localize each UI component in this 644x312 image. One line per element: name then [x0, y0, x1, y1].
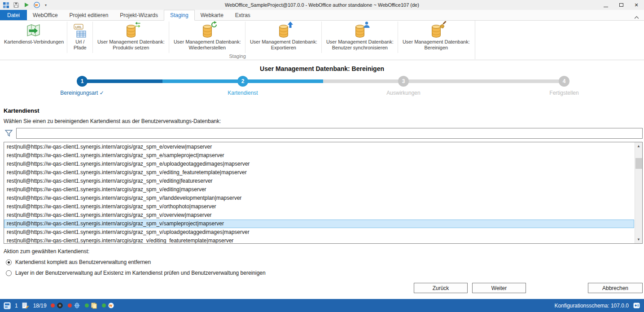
list-item[interactable]: rest|null@https://w-qas-client1.synergis…: [4, 202, 634, 211]
ribbon-button-kartendienst-verbindungen[interactable]: Kartendienst-Verbindungen: [1, 21, 67, 45]
status-icon-weboffice[interactable]: [108, 302, 115, 309]
status-dot-green-icon: [85, 303, 89, 308]
list-item[interactable]: rest|null@https://w-qas-client1.synergis…: [4, 211, 634, 220]
radio-selected-icon[interactable]: [6, 259, 12, 265]
step-bar-pending: [323, 79, 403, 83]
user-badge: [363, 21, 370, 28]
ribbon-button-umdb-benutzer-synchronisieren[interactable]: User Management Datenbank: Benutzer sync…: [322, 21, 398, 51]
list-item[interactable]: rest|null@https://w-qas-client1.synergis…: [4, 143, 634, 151]
radio-unselected-icon[interactable]: [6, 270, 12, 276]
qat-dropdown-icon[interactable]: ▾: [44, 1, 48, 9]
app-icon: [2, 1, 9, 9]
filter-input[interactable]: [16, 128, 643, 139]
wizard-step-3-label: Auswirkungen: [336, 90, 471, 96]
sync-arrows-badge: [134, 21, 141, 28]
kartendienst-listbox[interactable]: rest|null@https://w-qas-client1.synergis…: [4, 142, 643, 244]
radio-option-check-layers[interactable]: Layer in der Benutzerverwaltung auf Exis…: [6, 270, 644, 276]
list-item[interactable]: rest|null@https://w-qas-client1.synergis…: [4, 185, 634, 194]
status-icon-services[interactable]: [22, 302, 29, 309]
map-connections-icon: [25, 22, 43, 39]
scroll-up-icon[interactable]: ▲: [635, 142, 642, 150]
step-bar-pending: [484, 79, 564, 83]
status-indicator-2: [68, 302, 81, 309]
scroll-down-icon[interactable]: ▼: [635, 236, 642, 243]
ribbon-button-umdb-produktiv-setzen[interactable]: User Management Datenbank: Produktiv set…: [93, 21, 169, 51]
close-button[interactable]: ✕: [629, 0, 644, 10]
wizard-step-1-label: Bereinigungsart ✓: [15, 90, 149, 96]
status-icon-globe[interactable]: [74, 302, 81, 309]
wizard-step-4-circle: 4: [559, 76, 570, 87]
back-button[interactable]: Zurück: [414, 283, 468, 293]
radio-option-remove-service[interactable]: Kartendienst komplett aus Benutzerverwal…: [6, 259, 644, 265]
status-icon-project[interactable]: [4, 302, 11, 309]
step-bar-done: [82, 79, 162, 83]
wizard-page-kartendienst: Kartendienst Wählen Sie einen zu bereini…: [0, 103, 644, 276]
run-project-icon[interactable]: [23, 1, 30, 9]
radio-label: Layer in der Benutzerverwaltung auf Exis…: [15, 270, 266, 276]
next-button[interactable]: Weiter: [472, 283, 526, 293]
tab-weboffice[interactable]: WebOffice: [27, 10, 64, 20]
list-item[interactable]: rest|null@https://w-qas-client1.synergis…: [4, 168, 634, 177]
database-produktiv-icon: [122, 22, 140, 39]
status-indicator-3: [85, 302, 98, 309]
weboffice-logo-icon[interactable]: [33, 1, 40, 9]
list-scrollbar[interactable]: ▲ ▼: [635, 142, 642, 243]
statusbar: 1 18/19: [0, 299, 644, 312]
step-bar-pending: [403, 79, 484, 83]
list-item[interactable]: rest|null@https://w-qas-client1.synergis…: [4, 237, 634, 244]
database-sync-users-icon: [351, 22, 369, 39]
radio-label: Kartendienst komplett aus Benutzerverwal…: [15, 259, 151, 265]
tab-webkarte[interactable]: Webkarte: [195, 10, 229, 20]
database-clean-icon: [427, 22, 445, 39]
window-controls: ✕: [598, 0, 644, 10]
list-item[interactable]: rest|null@https://w-qas-client1.synergis…: [4, 194, 634, 202]
status-icon-copy[interactable]: [91, 302, 98, 309]
step-number: 3: [402, 78, 405, 84]
status-indicator-4: [102, 302, 115, 309]
list-item-selected[interactable]: rest|null@https://w-qas-client1.synergis…: [4, 220, 634, 228]
ribbon-group-staging: Kartendienst-Verbindungen URL Url / Pfad…: [1, 21, 474, 60]
status-indicator-1: [51, 302, 64, 309]
filter-row: [4, 128, 643, 139]
ribbon-button-url-pfade[interactable]: URL Url / Pfade: [67, 21, 92, 51]
list-item[interactable]: rest|null@https://w-qas-client1.synergis…: [4, 228, 634, 237]
ribbon-button-umdb-wiederherstellen[interactable]: User Management Datenbank: Wiederherstel…: [169, 21, 245, 51]
database-restore-icon: [198, 22, 216, 39]
ribbon-button-umdb-exportieren[interactable]: User Management Datenbank: Exportieren: [245, 21, 321, 51]
tab-datei[interactable]: Datei: [0, 10, 27, 20]
scrollbar-thumb[interactable]: [635, 158, 642, 169]
wizard-step-3-circle: 3: [398, 76, 409, 87]
instruction-text: Wählen Sie einen zu bereinigenden Karten…: [4, 118, 644, 124]
wizard-step-2-label: Kartendienst: [175, 90, 310, 96]
filter-icon: [4, 129, 13, 138]
maximize-button[interactable]: [613, 0, 629, 10]
list-item[interactable]: rest|null@https://w-qas-client1.synergis…: [4, 151, 634, 160]
tab-extras[interactable]: Extras: [229, 10, 256, 20]
ribbon-button-label: User Management Datenbank: Bereinigen: [401, 39, 471, 51]
status-icon-datastore[interactable]: [57, 302, 64, 309]
status-icon-settings[interactable]: [633, 302, 640, 309]
list-item[interactable]: rest|null@https://w-qas-client1.synergis…: [4, 177, 634, 185]
cancel-button[interactable]: Abbrechen: [588, 283, 643, 293]
save-icon[interactable]: [13, 1, 20, 9]
url-paths-icon: URL: [71, 22, 89, 39]
collapse-ribbon-icon[interactable]: [634, 13, 640, 18]
titlebar: ▾ WebOffice_SampleProject@107.0.0 - WebO…: [0, 0, 644, 10]
window-title: WebOffice_SampleProject@107.0.0 - WebOff…: [0, 0, 644, 10]
ribbon-group-label: Staging: [1, 53, 474, 60]
status-dot-red-icon: [51, 303, 55, 308]
broom-badge: [439, 21, 447, 28]
ribbon-button-label: User Management Datenbank: Exportieren: [249, 39, 318, 51]
tab-staging[interactable]: Staging: [164, 10, 195, 21]
ribbon-button-label: Kartendienst-Verbindungen: [4, 39, 64, 45]
database-export-icon: [275, 22, 293, 39]
ribbon-button-umdb-bereinigen[interactable]: User Management Datenbank: Bereinigen: [398, 21, 474, 51]
ribbon-button-label: User Management Datenbank: Produktiv set…: [96, 39, 166, 51]
tab-projekt-editieren[interactable]: Projekt editieren: [64, 10, 114, 20]
step-number: 2: [241, 78, 245, 84]
minimize-button[interactable]: [598, 0, 613, 10]
tab-projekt-wizards[interactable]: Projekt-Wizards: [114, 10, 164, 20]
status-dot-green-icon: [102, 303, 106, 308]
list-item[interactable]: rest|null@https://w-qas-client1.synergis…: [4, 160, 634, 168]
wizard-step-4-label: Fertigstellen: [497, 90, 631, 96]
